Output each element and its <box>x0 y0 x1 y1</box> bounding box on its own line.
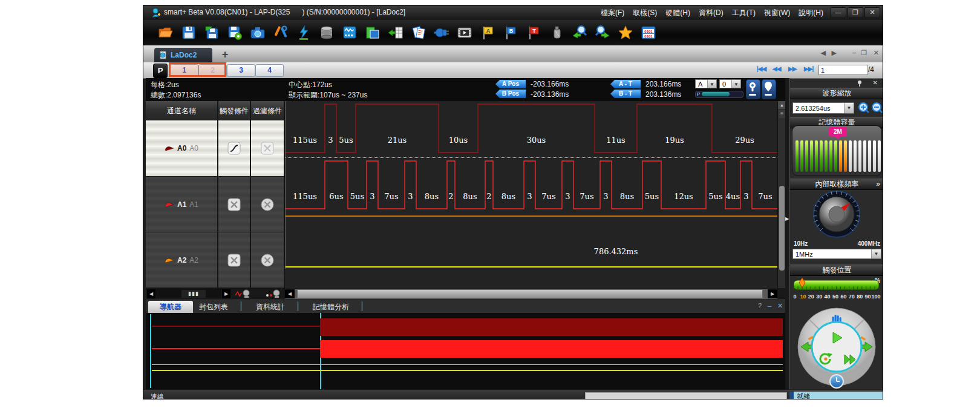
trigger-icon[interactable] <box>296 25 312 41</box>
help-icon[interactable]: ? <box>758 302 762 309</box>
more-icon[interactable]: » <box>876 179 880 189</box>
name-scroll-right-icon[interactable]: ▶ <box>222 289 230 298</box>
page-nav-1[interactable]: ◀◀ <box>773 65 780 72</box>
trigger-condition-cell[interactable] <box>218 232 251 288</box>
col-header-trigger[interactable]: 觸發條件 <box>218 101 251 120</box>
marker-select[interactable]: A▼ <box>695 79 717 88</box>
flag-t-icon[interactable]: T <box>526 25 541 41</box>
open-file-icon[interactable] <box>158 25 174 41</box>
a-pos-badge[interactable]: A Pos <box>495 80 526 88</box>
compare-files-icon[interactable] <box>411 25 426 41</box>
waveform-row-a0[interactable]: 115us35us21us10us30us11us19us29us <box>285 101 777 157</box>
save-all-icon[interactable] <box>204 25 220 41</box>
trigger-position-slider[interactable] <box>790 277 883 294</box>
doc-close-button[interactable]: ✕ <box>874 49 879 57</box>
page-button-4[interactable]: 4 <box>255 64 284 77</box>
tab-ladoc2[interactable]: LaDoc2 <box>154 48 212 62</box>
panel-minimize-icon[interactable]: ‒ <box>768 302 771 309</box>
b-pos-badge[interactable]: B Pos <box>495 90 526 98</box>
device-icon[interactable] <box>342 25 358 41</box>
frequency-select[interactable]: 1MHz▼ <box>792 249 881 259</box>
bottom-tab-1[interactable]: 封包列表 <box>199 302 228 312</box>
col-header-channel[interactable]: 通道名稱 <box>146 101 218 120</box>
channel-name-cell[interactable]: A1A1 <box>146 177 218 232</box>
splitter-grip-icon[interactable]: ≡ <box>779 110 785 118</box>
waveform-row-a2[interactable]: 786.432ms <box>285 213 777 269</box>
wave-hscrollbar[interactable]: ◀ ▶ <box>285 289 777 299</box>
favorite-icon[interactable] <box>618 25 633 41</box>
vscroll-thumb[interactable] <box>779 186 785 271</box>
video-icon[interactable] <box>457 25 472 41</box>
page-number-input[interactable] <box>818 65 868 75</box>
bus-plug-icon[interactable] <box>434 25 449 41</box>
chevron-down-icon[interactable]: ▼ <box>707 80 716 88</box>
doc-restore-button[interactable]: ❐ <box>861 49 867 57</box>
channel-name-cell[interactable]: A2A2 <box>146 232 218 288</box>
new-tab-button[interactable]: + <box>217 48 233 61</box>
screenshot-icon[interactable] <box>250 25 266 41</box>
collapse-handle-icon[interactable]: ▶ <box>785 216 789 222</box>
marker-index-select[interactable]: 0▼ <box>719 79 741 88</box>
page-nav-2[interactable]: ▶▶ <box>788 65 796 72</box>
tab-prev-button[interactable]: ◀ <box>821 49 826 57</box>
doc-minimize-button[interactable]: ‒ <box>852 49 856 56</box>
close-button[interactable]: ✕ <box>864 7 880 18</box>
waveform-area[interactable]: 115us35us21us10us30us11us19us29us 115us6… <box>285 101 777 288</box>
bottom-tab-3[interactable]: 記憶體分析 <box>313 302 349 312</box>
marker-pin-outline-button[interactable] <box>762 79 776 99</box>
vertical-scrollbar[interactable]: ▲ ≡ <box>777 101 786 288</box>
channel-row-a0[interactable]: A0A0 <box>146 120 285 177</box>
eraser-icon[interactable] <box>549 25 564 41</box>
settings-tools-icon[interactable] <box>273 25 289 41</box>
zoom-out-button[interactable] <box>871 102 883 114</box>
a-t-badge[interactable]: A - T <box>610 80 641 88</box>
chevron-down-icon[interactable]: ▼ <box>844 103 854 113</box>
page-p-button[interactable]: P <box>153 64 168 78</box>
zoom-next-icon[interactable] <box>595 25 610 41</box>
bottom-tab-2[interactable]: 資料統計 <box>256 302 285 312</box>
page-nav-3[interactable]: ▶▶| <box>804 65 813 72</box>
panel-splitter[interactable]: ▶ <box>785 78 789 390</box>
trigger-condition-cell[interactable] <box>218 177 251 232</box>
wave-search-button[interactable] <box>234 289 252 299</box>
channel-row-a2[interactable]: A2A2 <box>146 232 285 288</box>
wave-scroll-thumb[interactable] <box>297 289 763 298</box>
menu-item-1[interactable]: 取樣(S) <box>633 8 657 17</box>
memory-icon[interactable] <box>319 25 335 41</box>
name-scroll-thumb[interactable]: ▮▮▮ <box>181 290 206 298</box>
minimize-button[interactable]: — <box>831 7 846 18</box>
channel-name-cell[interactable]: A0A0 <box>146 120 218 177</box>
panel-close-icon[interactable]: ✕ <box>777 302 783 310</box>
save-settings-icon[interactable] <box>227 25 243 41</box>
restore-button[interactable]: ❐ <box>848 7 863 18</box>
binary-view-icon[interactable]: 01010101 <box>641 25 656 41</box>
flag-b-icon[interactable]: B <box>503 25 518 41</box>
pin-icon[interactable] <box>856 80 863 87</box>
name-scroll-track[interactable]: ▮▮▮ <box>156 289 221 298</box>
menu-item-0[interactable]: 檔案(F) <box>601 8 624 17</box>
chevron-down-icon[interactable]: ▼ <box>871 249 881 258</box>
menu-item-3[interactable]: 資料(D) <box>699 8 724 17</box>
menu-item-6[interactable]: 說明(H) <box>799 8 823 17</box>
channel-row-a1[interactable]: A1A1 <box>146 177 285 232</box>
flag-a-icon[interactable]: A <box>480 25 495 41</box>
layout-icon[interactable] <box>365 25 381 41</box>
save-icon[interactable] <box>181 25 197 41</box>
wave-scroll-right-icon[interactable]: ▶ <box>768 289 777 298</box>
memory-gauge[interactable]: 2M <box>792 125 882 176</box>
zoom-in-button[interactable] <box>858 102 870 114</box>
filter-condition-cell[interactable] <box>251 232 285 288</box>
tab-next-button[interactable]: ▶ <box>832 49 837 57</box>
navigator-panel[interactable] <box>146 313 785 389</box>
data-search-button[interactable] <box>264 289 283 299</box>
navigation-wheel[interactable] <box>790 307 883 389</box>
menu-item-5[interactable]: 視窗(W) <box>764 8 790 17</box>
zoom-scale-select[interactable]: 2.613254us▼ <box>792 102 854 114</box>
export-data-icon[interactable] <box>388 25 403 41</box>
menu-item-2[interactable]: 硬體(H) <box>665 8 690 17</box>
col-header-filter[interactable]: 過濾條件 <box>251 101 285 120</box>
menu-item-4[interactable]: 工具(T) <box>732 8 756 17</box>
clock-button[interactable] <box>830 375 843 388</box>
filter-condition-cell[interactable] <box>251 177 285 232</box>
page-nav-0[interactable]: |◀◀ <box>757 65 766 72</box>
